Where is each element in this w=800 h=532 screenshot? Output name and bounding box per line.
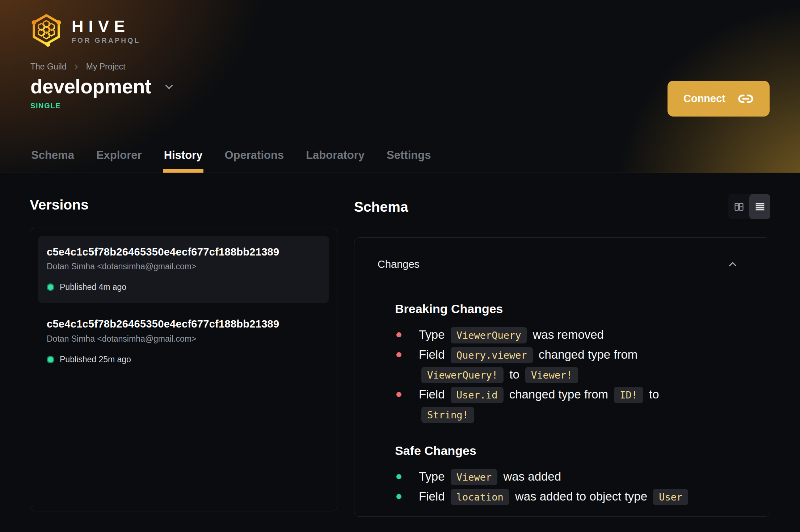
code-chip: Viewer	[451, 469, 498, 485]
changes-content: Breaking ChangesType ViewerQuery was rem…	[395, 301, 747, 507]
changes-section-title: Safe Changes	[395, 443, 747, 458]
versions-heading: Versions	[30, 198, 337, 212]
hive-logo[interactable]: HIVE FOR GRAPHQL	[30, 14, 770, 48]
change-item: Field User.id changed type from ID! to S…	[395, 385, 706, 425]
diff-view-button[interactable]	[728, 194, 749, 219]
published-status-dot	[47, 356, 54, 363]
hive-logo-icon	[30, 14, 62, 48]
version-status: Published 25m ago	[47, 355, 320, 364]
connect-button[interactable]: Connect	[668, 81, 770, 117]
version-status-text: Published 25m ago	[60, 355, 131, 364]
brand-text: HIVE FOR GRAPHQL	[72, 18, 140, 44]
header: HIVE FOR GRAPHQL The Guild My Project de…	[0, 0, 800, 173]
brand-name: HIVE	[72, 18, 140, 34]
target-title-row: development	[30, 75, 770, 98]
change-item: Type Viewer was added	[395, 467, 706, 487]
tab-operations[interactable]: Operations	[224, 148, 285, 173]
tab-explorer[interactable]: Explorer	[96, 148, 143, 173]
target-name: development	[30, 75, 151, 98]
breadcrumb: The Guild My Project	[30, 62, 770, 72]
safe-change-list: Type Viewer was addedField location was …	[395, 467, 747, 507]
schema-header-row: Schema	[354, 194, 770, 219]
published-status-dot	[47, 283, 54, 291]
version-status-text: Published 4m ago	[60, 282, 126, 292]
code-chip: ViewerQuery!	[421, 367, 504, 383]
list-view-button[interactable]	[749, 194, 770, 219]
chevron-right-icon	[72, 63, 80, 71]
code-chip: String!	[421, 407, 474, 423]
code-chip: location	[451, 489, 509, 505]
changes-panel: Changes Breaking ChangesType ViewerQuery…	[354, 237, 770, 517]
code-chip: Viewer!	[525, 367, 578, 383]
version-status: Published 4m ago	[47, 282, 320, 292]
tab-laboratory[interactable]: Laboratory	[305, 148, 365, 173]
breadcrumb-project[interactable]: My Project	[86, 62, 126, 72]
view-toggle	[728, 194, 770, 219]
version-card[interactable]: c5e4c1c5f78b26465350e4ecf677cf188bb21389…	[38, 308, 329, 375]
bullet-dot	[396, 474, 401, 479]
breaking-change-list: Type ViewerQuery was removedField Query.…	[395, 325, 747, 425]
tab-bar: SchemaExplorerHistoryOperationsLaborator…	[30, 148, 431, 173]
tab-settings[interactable]: Settings	[386, 148, 431, 173]
version-author: Dotan Simha <dotansimha@gmail.com>	[47, 334, 320, 344]
main-content: Versions c5e4c1c5f78b26465350e4ecf677cf1…	[0, 173, 800, 517]
code-chip: ViewerQuery	[451, 327, 527, 343]
schema-heading: Schema	[354, 200, 408, 214]
list-icon	[754, 201, 766, 212]
version-author: Dotan Simha <dotansimha@gmail.com>	[47, 262, 320, 271]
tab-schema[interactable]: Schema	[30, 148, 75, 173]
versions-column: Versions c5e4c1c5f78b26465350e4ecf677cf1…	[30, 173, 337, 517]
bullet-dot	[396, 494, 401, 499]
version-hash: c5e4c1c5f78b26465350e4ecf677cf188bb21389	[47, 317, 320, 330]
link-icon	[738, 91, 754, 107]
code-chip: Query.viewer	[451, 347, 533, 363]
change-item: Field location was added to object type …	[395, 487, 706, 507]
columns-icon	[733, 201, 745, 212]
brand-tagline: FOR GRAPHQL	[72, 37, 140, 44]
connect-button-label: Connect	[683, 93, 725, 105]
version-hash: c5e4c1c5f78b26465350e4ecf677cf188bb21389	[47, 245, 320, 258]
changes-collapse-header[interactable]: Changes	[378, 258, 747, 270]
code-chip: User.id	[451, 387, 504, 403]
change-item: Field Query.viewer changed type from Vie…	[395, 345, 706, 385]
chevron-up-icon	[727, 258, 739, 270]
versions-list: c5e4c1c5f78b26465350e4ecf677cf188bb21389…	[30, 228, 337, 511]
target-type-badge: SINGLE	[30, 102, 770, 110]
version-card[interactable]: c5e4c1c5f78b26465350e4ecf677cf188bb21389…	[38, 236, 329, 303]
bullet-dot	[396, 352, 401, 357]
tab-history[interactable]: History	[163, 148, 203, 173]
changes-section-title: Breaking Changes	[395, 301, 747, 316]
change-item: Type ViewerQuery was removed	[395, 325, 706, 345]
bullet-dot	[396, 392, 401, 397]
chevron-down-icon[interactable]	[163, 81, 175, 93]
breadcrumb-org[interactable]: The Guild	[30, 62, 67, 72]
code-chip: ID!	[614, 387, 643, 403]
code-chip: User	[653, 489, 688, 505]
bullet-dot	[396, 332, 401, 337]
schema-column: Schema	[354, 173, 770, 517]
changes-title: Changes	[378, 258, 420, 270]
